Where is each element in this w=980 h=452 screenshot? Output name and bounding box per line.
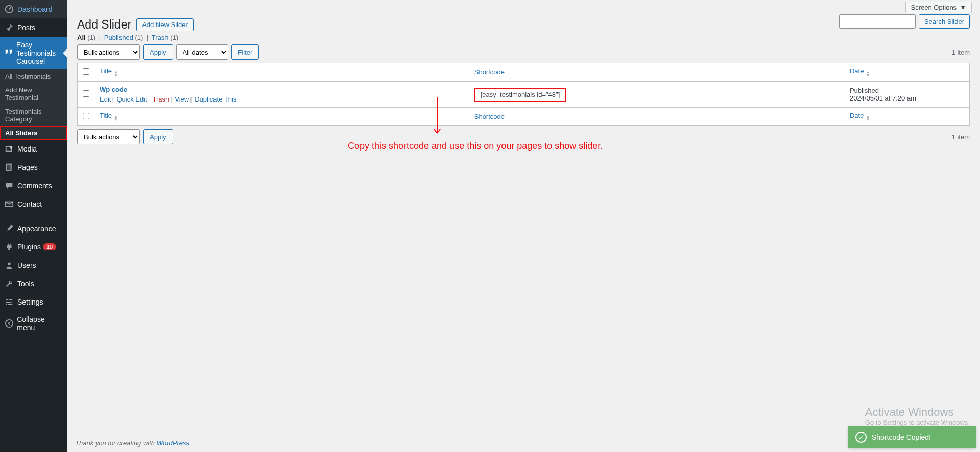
menu-label: Comments [17,182,52,190]
wrench-icon [4,279,14,289]
annotation-arrow-icon [432,97,442,138]
submenu-testimonials-category[interactable]: Testimonials Category [0,105,67,126]
menu-comments[interactable]: Comments [0,177,67,195]
filter-all-count: (1) [87,34,95,41]
menu-collapse[interactable]: Collapse menu [0,311,67,336]
quick-edit-link[interactable]: Quick Edit [116,95,147,103]
item-count-bottom: 1 item [952,133,970,141]
brush-icon [4,223,14,234]
menu-contact[interactable]: Contact [0,195,67,213]
submenu-all-sliders[interactable]: All Sliders [0,126,67,140]
submenu-add-new-testimonial[interactable]: Add New Testimonial [0,83,67,105]
menu-label: Dashboard [17,5,53,13]
select-all-top-checkbox[interactable] [83,68,89,75]
menu-settings[interactable]: Settings [0,293,67,311]
toast-notification: ✓ Shortcode Copied! [848,426,976,448]
menu-media[interactable]: Media [0,140,67,158]
wordpress-link[interactable]: WordPress [157,439,189,447]
menu-label: Appearance [17,224,56,233]
bulk-actions-select-top[interactable]: Bulk actions [77,44,140,60]
shortcode-value[interactable]: [easy_testimonials id="48"] [474,88,566,102]
menu-users[interactable]: Users [0,256,67,274]
page-title: Add Slider [77,18,131,32]
row-title-link[interactable]: Wp code [100,86,127,93]
row-checkbox[interactable] [83,90,89,97]
title-column-footer[interactable]: Title▲▼ [100,112,118,119]
user-icon [4,260,14,270]
filter-trash[interactable]: Trash [152,34,169,41]
item-count-top: 1 item [952,48,970,56]
row-date-status: Published [850,87,964,94]
menu-label: Settings [17,298,43,306]
row-actions: Edit| Quick Edit| Trash| View| Duplicate… [100,95,464,103]
table-row: Wp code Edit| Quick Edit| Trash| View| D… [78,82,970,108]
menu-label: Media [17,145,37,153]
svg-point-7 [5,320,12,327]
apply-button-top[interactable]: Apply [143,44,173,60]
date-column-footer[interactable]: Date▲▼ [850,112,870,119]
apply-button-bottom[interactable]: Apply [143,129,173,144]
filter-published[interactable]: Published [104,34,133,41]
plugin-count-badge: 10 [43,243,56,250]
toast-message: Shortcode Copied! [872,433,931,441]
trash-link[interactable]: Trash [152,95,169,103]
menu-appearance[interactable]: Appearance [0,219,67,238]
sliders-table: Title▲▼ Shortcode Date▲▼ Wp code Edit| Q… [77,63,970,126]
filter-button[interactable]: Filter [231,44,259,60]
menu-label: Posts [17,23,35,32]
screen-options-toggle[interactable]: Screen Options ▼ [905,2,972,13]
submenu-testimonials: All Testimonials Add New Testimonial Tes… [0,69,67,140]
title-column-header[interactable]: Title▲▼ [100,67,118,75]
status-filters: All (1) | Published (1) | Trash (1) [77,34,970,41]
edit-link[interactable]: Edit [100,95,111,103]
pin-icon [4,22,14,33]
menu-dashboard[interactable]: Dashboard [0,0,67,18]
annotation-text: Copy this shortcode and use this on your… [348,141,603,152]
admin-sidebar: Dashboard Posts Easy Testimonials Carous… [0,0,67,452]
sort-icon: ▲▼ [866,71,870,77]
row-date-value: 2024/05/01 at 7:20 am [850,94,964,102]
shortcode-column-footer[interactable]: Shortcode [474,113,505,120]
svg-point-2 [10,146,12,149]
svg-point-6 [8,263,10,265]
menu-easy-testimonials[interactable]: Easy Testimonials Carousel [0,37,67,69]
sort-icon: ▲▼ [114,71,118,77]
page-icon [4,162,14,172]
check-icon: ✓ [855,432,867,443]
filter-all[interactable]: All [77,34,86,41]
date-filter-select[interactable]: All dates [176,44,228,60]
menu-tools[interactable]: Tools [0,274,67,293]
svg-rect-4 [7,163,12,170]
submenu-all-testimonials[interactable]: All Testimonials [0,69,67,83]
comment-icon [4,181,14,191]
search-input[interactable] [839,14,916,29]
select-all-bottom-checkbox[interactable] [83,113,89,119]
menu-label: Pages [17,163,38,171]
chevron-down-icon: ▼ [960,4,966,11]
menu-label: Contact [17,200,42,208]
sliders-icon [4,297,14,307]
menu-posts[interactable]: Posts [0,18,67,37]
menu-label: Plugins [17,243,41,251]
bulk-actions-select-bottom[interactable]: Bulk actions [77,129,140,144]
shortcode-column-header[interactable]: Shortcode [474,68,505,76]
date-column-header[interactable]: Date▲▼ [850,67,870,75]
menu-label: Tools [17,280,34,288]
add-new-slider-button[interactable]: Add New Slider [136,18,194,31]
view-link[interactable]: View [175,95,189,103]
collapse-icon [4,318,14,329]
admin-footer: Thank you for creating with WordPress. V… [67,434,980,452]
filter-trash-count: (1) [170,34,178,41]
footer-credit-prefix: Thank you for creating with [75,439,157,447]
menu-plugins[interactable]: Plugins 10 [0,238,67,256]
menu-pages[interactable]: Pages [0,158,67,177]
menu-label: Easy Testimonials Carousel [16,41,63,65]
dashboard-icon [4,4,14,14]
filter-published-count: (1) [135,34,144,41]
mail-icon [4,199,14,209]
duplicate-link[interactable]: Duplicate This [195,95,236,103]
quote-icon [4,48,13,58]
menu-label: Users [17,261,36,269]
search-slider-button[interactable]: Search Slider [919,14,970,29]
plug-icon [4,242,14,252]
